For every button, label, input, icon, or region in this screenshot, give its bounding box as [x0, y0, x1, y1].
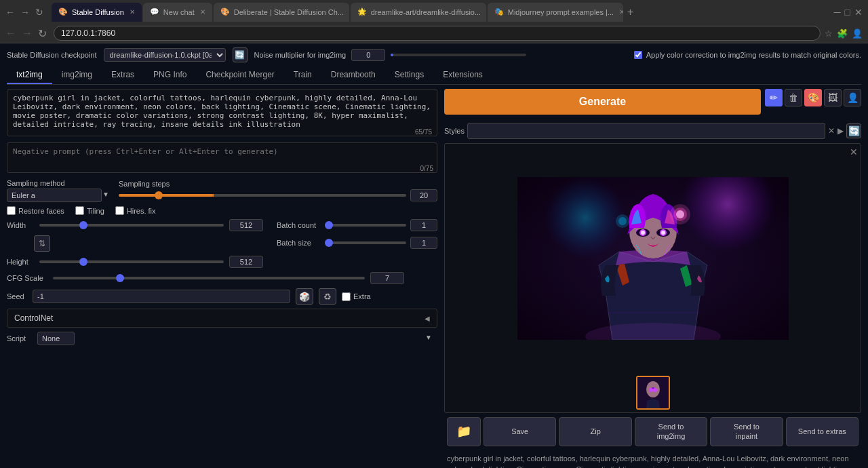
- tab-chat[interactable]: 💬 New chat ✕: [143, 3, 212, 22]
- controlnet-header[interactable]: ControlNet ◀: [7, 309, 437, 327]
- tab-train[interactable]: Train: [284, 66, 321, 84]
- styles-input[interactable]: [467, 123, 825, 139]
- checkpoint-select[interactable]: dreamlike-diffusion-1.0.ckpt [0aecbcfa2c…: [104, 48, 226, 62]
- tab-txt2img[interactable]: txt2img: [7, 66, 52, 84]
- seed-dice-button[interactable]: 🎲: [296, 288, 313, 305]
- width-label: Width: [7, 221, 34, 229]
- minimize-button[interactable]: ─: [834, 7, 841, 18]
- trash-button[interactable]: 🗑: [785, 89, 802, 106]
- batch-count-input[interactable]: [410, 219, 437, 231]
- steps-group: Sampling steps: [119, 180, 437, 201]
- sampling-method-select[interactable]: Euler a: [7, 189, 102, 202]
- user-button[interactable]: 👤: [844, 89, 861, 106]
- tab-extensions[interactable]: Extensions: [433, 66, 492, 84]
- send-to-extras-button[interactable]: Send to extras: [786, 417, 859, 446]
- extension-icon[interactable]: 🧩: [837, 28, 848, 39]
- cfg-slider[interactable]: [53, 277, 365, 279]
- tab-close-icon-5[interactable]: ✕: [619, 8, 623, 16]
- width-slider[interactable]: [39, 224, 224, 227]
- cfg-row: CFG Scale: [7, 272, 437, 284]
- tab-label: Stable Diffusion: [72, 8, 124, 16]
- styles-refresh-button[interactable]: 🔄: [846, 123, 861, 138]
- cfg-input[interactable]: [370, 272, 404, 284]
- tab-png-info[interactable]: PNG Info: [144, 66, 196, 84]
- color-correction-checkbox[interactable]: [634, 51, 642, 59]
- image-button[interactable]: 🖼: [824, 89, 842, 106]
- tab-dreamlike[interactable]: 🌟 dreamlike-art/dreamlike-diffusio... ✕: [351, 3, 486, 22]
- restore-faces-checkbox[interactable]: [7, 206, 16, 215]
- height-row: Height: [7, 256, 263, 268]
- image-panel: ✕: [444, 143, 861, 413]
- batch-size-input[interactable]: [410, 237, 437, 249]
- hires-fix-item: Hires. fix: [115, 206, 156, 215]
- tab-img2img[interactable]: img2img: [52, 66, 102, 84]
- height-slider[interactable]: [39, 260, 224, 263]
- tab-dreambooth[interactable]: Dreambooth: [321, 66, 385, 84]
- nav-controls[interactable]: ← → ↻: [5, 27, 47, 40]
- zip-button[interactable]: Zip: [559, 417, 631, 446]
- width-input[interactable]: [229, 219, 263, 231]
- hires-fix-checkbox[interactable]: [115, 206, 124, 215]
- maximize-button[interactable]: □: [845, 7, 850, 18]
- fwd-btn[interactable]: →: [22, 27, 33, 39]
- prompt-counter: 65/75: [414, 128, 433, 136]
- palette-button[interactable]: 🎨: [804, 89, 822, 106]
- controlnet-collapse-icon: ◀: [425, 315, 430, 322]
- tab-stable-diffusion[interactable]: 🎨 Stable Diffusion ✕: [52, 3, 142, 22]
- negative-prompt-wrapper: 0/75: [7, 142, 437, 175]
- seed-input[interactable]: [33, 290, 290, 303]
- script-select[interactable]: None: [37, 332, 75, 345]
- tab-favicon-4: 🌟: [357, 7, 367, 16]
- noise-input[interactable]: [351, 49, 385, 61]
- tab-extras[interactable]: Extras: [102, 66, 144, 84]
- back-icon[interactable]: ←: [5, 7, 15, 18]
- height-input[interactable]: [229, 256, 263, 268]
- send-to-inpaint-button[interactable]: Send toinpaint: [710, 417, 783, 446]
- reload-icon[interactable]: ↻: [35, 7, 43, 18]
- save-button[interactable]: Save: [484, 417, 556, 446]
- positive-prompt-wrapper: cyberpunk girl in jacket, colorful tatto…: [7, 89, 437, 138]
- svg-point-15: [618, 217, 627, 225]
- tab-close-icon-2[interactable]: ✕: [200, 8, 205, 16]
- send-to-img2img-button[interactable]: Send toimg2img: [635, 417, 707, 446]
- bookmark-icon[interactable]: ☆: [825, 28, 833, 39]
- tab-deliberate[interactable]: 🎨 Deliberate | Stable Diffusion Ch... ✕: [214, 3, 349, 22]
- image-close-button[interactable]: ✕: [850, 147, 858, 157]
- extra-seed-checkbox[interactable]: [342, 292, 351, 301]
- open-folder-button[interactable]: 📁: [447, 417, 481, 446]
- styles-apply-button[interactable]: ▶: [837, 126, 844, 136]
- positive-prompt-input[interactable]: cyberpunk girl in jacket, colorful tatto…: [7, 89, 437, 136]
- swap-dimensions-button[interactable]: ⇅: [34, 235, 50, 252]
- hires-fix-label: Hires. fix: [127, 207, 156, 215]
- forward-icon[interactable]: →: [20, 7, 30, 18]
- tab-label-2: New chat: [163, 8, 195, 16]
- browser-tabs: 🎨 Stable Diffusion ✕ 💬 New chat ✕ 🎨 Deli…: [52, 0, 831, 24]
- tab-settings[interactable]: Settings: [385, 66, 433, 84]
- pencil-button[interactable]: ✏: [765, 89, 783, 106]
- tiling-checkbox[interactable]: [75, 206, 84, 215]
- address-bar-input[interactable]: 127.0.0.1:7860: [54, 26, 821, 41]
- checkboxes-row: Restore faces Tiling Hires. fix: [7, 206, 437, 215]
- color-correction-section: Apply color correction to img2img result…: [634, 51, 861, 59]
- thumbnail-item-1[interactable]: [636, 376, 670, 410]
- tab-checkpoint-merger[interactable]: Checkpoint Merger: [196, 66, 283, 84]
- batch-count-slider[interactable]: [325, 224, 406, 227]
- generate-button[interactable]: Generate: [444, 89, 761, 115]
- negative-prompt-input[interactable]: [7, 142, 437, 173]
- new-tab-button[interactable]: +: [627, 6, 633, 18]
- checkpoint-refresh-button[interactable]: 🔄: [233, 47, 248, 62]
- close-window-button[interactable]: ✕: [854, 7, 863, 18]
- styles-clear-button[interactable]: ✕: [828, 126, 835, 136]
- profile-icon[interactable]: 👤: [852, 28, 863, 39]
- back-btn[interactable]: ←: [5, 27, 16, 39]
- steps-input[interactable]: [410, 189, 437, 201]
- refresh-btn[interactable]: ↻: [38, 27, 47, 40]
- batch-size-row: Batch size: [277, 237, 437, 249]
- batch-size-slider[interactable]: [325, 241, 406, 244]
- seed-recycle-button[interactable]: ♻: [319, 288, 336, 305]
- main-tabs: txt2img img2img Extras PNG Info Checkpoi…: [7, 66, 861, 85]
- tab-close-icon[interactable]: ✕: [130, 8, 135, 16]
- tab-midjourney[interactable]: 🎭 Midjourney prompt examples |... ✕: [488, 3, 623, 22]
- browser-nav[interactable]: ← → ↻: [5, 7, 43, 18]
- steps-slider[interactable]: [119, 194, 406, 197]
